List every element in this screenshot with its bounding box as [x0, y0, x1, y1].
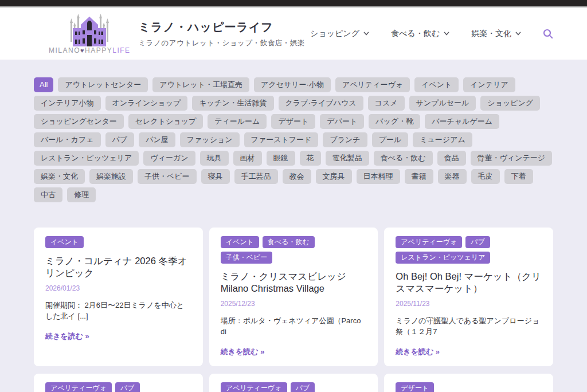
filter-tag[interactable]: アウトレットセンター	[58, 77, 148, 92]
filter-tag[interactable]: 玩具	[200, 151, 229, 166]
filter-tag[interactable]: 子供・ベビー	[138, 169, 197, 184]
chevron-down-icon	[444, 32, 449, 36]
filter-tag[interactable]: セレクトショップ	[128, 114, 203, 129]
heart-icon: ♥	[80, 47, 85, 54]
filter-tag[interactable]: ショッピングセンター	[34, 114, 124, 129]
filter-tag[interactable]: ショッピング	[480, 96, 540, 111]
category-badge[interactable]: 食べる・飲む	[263, 236, 315, 248]
card-title[interactable]: ミラノ・コルティナ 2026 冬季オリンピック	[45, 255, 191, 280]
card-excerpt: ミラノの守護聖人である聖アンブロージョ祭（１２月7	[396, 316, 542, 338]
category-badge[interactable]: アペリティーヴォ	[396, 236, 462, 248]
card-title[interactable]: ミラノ・クリスマスビレッジ Milano Christmas Village	[221, 271, 367, 295]
filter-tag[interactable]: インテリア	[463, 77, 515, 92]
card-date: 2026/01/23	[45, 284, 191, 292]
category-badge[interactable]: アペリティーヴォ	[221, 382, 287, 392]
chevron-down-icon	[515, 32, 521, 36]
main-content: Allアウトレットセンターアウトレット・工場直売アクセサリー·小物アペリティーヴ…	[34, 77, 553, 392]
filter-tag[interactable]: ミュージアム	[413, 132, 472, 147]
category-badge[interactable]: アペリティーヴォ	[45, 382, 112, 392]
filter-tag[interactable]: 電化製品	[326, 151, 369, 166]
article-card: アペリティーヴォパブレストラン・ピッツェリア Oh Bej! Oh Bej! マ…	[384, 228, 553, 366]
filter-tag[interactable]: クラブ·ライブハウス	[279, 96, 363, 111]
filter-tag[interactable]: インテリア小物	[34, 96, 101, 111]
read-more-link[interactable]: 続きを読む »	[221, 347, 367, 357]
filter-tag[interactable]: バッグ・靴	[369, 114, 420, 129]
card-excerpt: 場所：ポルタ・ヴェネツィア公園（Parco di	[221, 316, 367, 338]
filter-tag[interactable]: アペリティーヴォ	[335, 77, 410, 92]
filter-tag[interactable]: 手工芸品	[234, 169, 278, 184]
card-badges: デザート	[396, 382, 542, 392]
filter-tag[interactable]: デザート	[271, 114, 315, 129]
filter-tag[interactable]: キッチン・生活雑貨	[192, 96, 273, 111]
filter-tag[interactable]: イベント	[414, 77, 459, 92]
filter-tag[interactable]: ティールーム	[208, 114, 267, 129]
nav-item-shopping[interactable]: ショッピング	[310, 29, 369, 39]
filter-tag[interactable]: ファッション	[180, 132, 240, 147]
filter-tag[interactable]: 娯楽・文化	[34, 169, 85, 184]
filter-tag[interactable]: バール・カフェ	[34, 132, 101, 147]
nav-item-entertainment-culture[interactable]: 娯楽・文化	[471, 29, 521, 39]
filter-tag[interactable]: 毛皮	[471, 169, 500, 184]
filter-tag[interactable]: 骨董・ヴィンテージ	[471, 151, 553, 166]
article-card: イベント食べる・飲む子供・ベビー ミラノ・クリスマスビレッジ Milano Ch…	[209, 228, 378, 366]
card-date: 2025/12/23	[221, 300, 367, 308]
site-logo[interactable]: MILANO♥HAPPYLIFE	[49, 13, 131, 54]
filter-tag[interactable]: 画材	[233, 151, 262, 166]
category-badge[interactable]: 子供・ベビー	[221, 252, 273, 264]
filter-tag[interactable]: 教会	[283, 169, 311, 184]
category-badge[interactable]: パブ	[115, 382, 140, 392]
card-title[interactable]: Oh Bej! Oh Bej! マーケット（クリスマスマーケット）	[396, 271, 542, 295]
filter-tag[interactable]: 日本料理	[357, 169, 400, 184]
filter-tag[interactable]: パン屋	[139, 132, 175, 147]
filter-tag[interactable]: 娯楽施設	[89, 169, 133, 184]
card-badges: アペリティーヴォパブレストラン・ピッツェリア	[45, 382, 191, 392]
category-badge[interactable]: レストラン・ピッツェリア	[396, 252, 490, 264]
nav-item-eat-drink[interactable]: 食べる・飲む	[391, 29, 449, 39]
category-badge[interactable]: パブ	[291, 382, 315, 392]
filter-tag[interactable]: 花	[300, 151, 321, 166]
filter-tag[interactable]: コスメ	[368, 96, 405, 111]
category-badge[interactable]: イベント	[221, 236, 259, 248]
filter-tag[interactable]: 下着	[504, 169, 533, 184]
filter-tag[interactable]: レストラン・ピッツェリア	[34, 151, 139, 166]
cards-grid: イベント ミラノ・コルティナ 2026 冬季オリンピック 2026/01/23 …	[34, 228, 553, 392]
read-more-link[interactable]: 続きを読む »	[396, 347, 542, 357]
filter-tag[interactable]: アウトレット・工場直売	[152, 77, 249, 92]
card-badges: イベント	[45, 236, 191, 248]
category-badge[interactable]: デザート	[396, 382, 434, 392]
site-title[interactable]: ミラノ・ハッピーライフ	[139, 19, 305, 35]
site-tagline: ミラノのアウトレット・ショップ・飲食店・娯楽	[139, 38, 305, 48]
category-badge[interactable]: イベント	[45, 236, 84, 248]
filter-tag[interactable]: パブ	[105, 132, 135, 147]
logo-caption: MILANO♥HAPPYLIFE	[49, 46, 131, 54]
filter-tag[interactable]: 寝具	[201, 169, 230, 184]
header: MILANO♥HAPPYLIFE ミラノ・ハッピーライフ ミラノのアウトレット・…	[0, 7, 587, 60]
filter-tag[interactable]: 文房具	[316, 169, 352, 184]
read-more-link[interactable]: 続きを読む »	[45, 331, 191, 342]
filter-tag[interactable]: サンプルセール	[409, 96, 476, 111]
card-badges: アペリティーヴォパブレストラン・ピッツェリア	[396, 236, 542, 264]
filter-tag[interactable]: 楽器	[438, 169, 467, 184]
filter-tag[interactable]: オンラインショップ	[105, 96, 188, 111]
filter-tag[interactable]: バーチャルゲーム	[425, 114, 499, 129]
search-button[interactable]	[543, 29, 553, 39]
filter-tag[interactable]: ファーストフード	[244, 132, 319, 147]
filter-tag[interactable]: デパート	[320, 114, 364, 129]
filter-tag[interactable]: 眼鏡	[267, 151, 295, 166]
filter-tag[interactable]: ブランチ	[323, 132, 367, 147]
filter-tag[interactable]: ヴィーガン	[143, 151, 195, 166]
filter-tag[interactable]: 食品	[437, 151, 466, 166]
duomo-cathedral-icon	[63, 13, 116, 48]
filter-tag[interactable]: 書籍	[405, 169, 433, 184]
card-excerpt: 開催期間： 2月6日〜22日ミラノを中心とした北イ [...]	[45, 300, 191, 322]
category-badge[interactable]: パブ	[465, 236, 490, 248]
search-icon	[543, 29, 553, 39]
filter-tag[interactable]: 中古	[34, 187, 62, 202]
filter-tag[interactable]: 修理	[67, 187, 96, 202]
article-card: アペリティーヴォパブレストラン・ピッツェリア ソーニ Sogni 2025/09…	[209, 374, 378, 392]
filter-tag[interactable]: 食べる・飲む	[374, 151, 433, 166]
filter-tag[interactable]: All	[34, 77, 53, 92]
filter-tag[interactable]: プール	[372, 132, 409, 147]
filter-tag[interactable]: アクセサリー·小物	[254, 77, 331, 92]
card-badges: イベント食べる・飲む子供・ベビー	[221, 236, 367, 264]
